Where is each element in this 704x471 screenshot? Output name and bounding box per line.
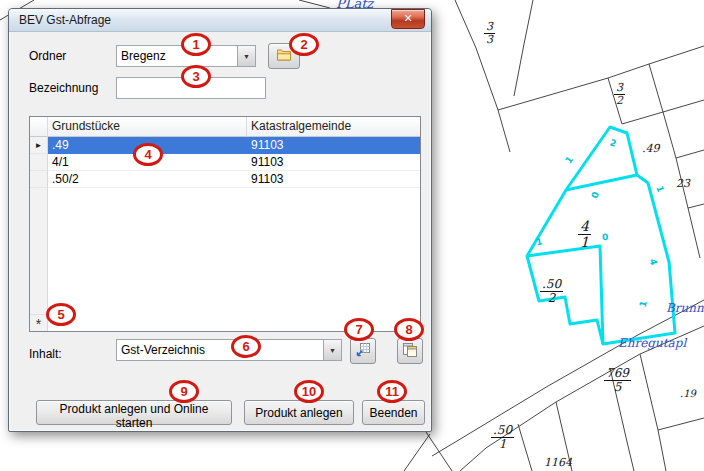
close-icon: ✕ <box>403 12 412 24</box>
parcel-label-769-5: 7695 <box>604 366 631 393</box>
inhalt-value: Gst-Verzeichnis <box>117 343 323 357</box>
create-product-button[interactable]: Produkt anlegen <box>244 400 354 425</box>
row-marker <box>30 171 48 188</box>
dialog-body: Ordner Bregenz ▼ Bezeichnung Grundstüc <box>9 31 431 431</box>
ordner-label: Ordner <box>29 49 66 63</box>
map-label-ehregutaplatz: Ehregutapl <box>618 336 686 350</box>
current-row-marker-icon: ► <box>30 137 48 154</box>
annotation-circle-11: 11 <box>377 380 407 403</box>
ordner-value: Bregenz <box>117 49 237 63</box>
cell-grundstueck[interactable]: .50/2 <box>48 171 247 188</box>
table-select-arrow-icon <box>355 342 371 361</box>
parcel-label-1164: 1164 <box>544 456 572 469</box>
chevron-down-icon: ▼ <box>243 53 250 60</box>
annotation-circle-7: 7 <box>344 318 374 341</box>
column-header-grundstuecke[interactable]: Grundstücke <box>48 117 247 137</box>
annotation-circle-10: 10 <box>294 380 324 403</box>
annotation-circle-3: 3 <box>181 65 211 88</box>
inhalt-dropdown[interactable]: Gst-Verzeichnis ▼ <box>116 339 342 361</box>
annotation-circle-5: 5 <box>46 303 76 326</box>
select-from-map-button[interactable] <box>350 338 376 364</box>
parcel-label-4-1: 41 <box>578 218 591 249</box>
dialog-bev-gst-abfrage: BEV Gst-Abfrage ✕ Ordner Bregenz ▼ Bezei… <box>8 8 432 432</box>
parcel-label-3-3: 33 <box>484 20 495 45</box>
cell-katastralgemeinde[interactable]: 91103 <box>247 154 420 171</box>
dialog-title: BEV Gst-Abfrage <box>19 13 111 27</box>
table-row[interactable]: .50/2 91103 <box>30 171 420 188</box>
cell-katastralgemeinde[interactable]: 91103 <box>247 171 420 188</box>
ordner-dropdown-button[interactable]: ▼ <box>237 46 255 66</box>
app-screen: PLatz 33 32 .49 23 41 .502 Brunn Ehregut… <box>0 0 704 471</box>
table-row[interactable]: ► .49 91103 <box>30 137 420 154</box>
annotation-circle-6: 6 <box>231 335 261 358</box>
boundary-digit: 0 <box>601 232 609 243</box>
inhalt-label: Inhalt: <box>29 347 62 361</box>
table-row[interactable]: 4/1 91103 <box>30 154 420 171</box>
dialog-titlebar[interactable]: BEV Gst-Abfrage ✕ <box>9 9 431 32</box>
parcel-label-49: .49 <box>642 142 660 155</box>
parcel-label-19: .19 <box>680 388 696 399</box>
cell-katastralgemeinde[interactable]: 91103 <box>247 137 420 154</box>
row-header-corner <box>30 117 48 137</box>
parcel-label-50-1: .501 <box>491 423 514 450</box>
annotation-circle-8: 8 <box>394 318 424 341</box>
bezeichnung-label: Bezeichnung <box>29 81 98 95</box>
close-dialog-button[interactable]: Beenden <box>362 400 425 425</box>
parcel-label-50-2: .502 <box>540 277 563 304</box>
column-header-katastralgemeinde[interactable]: Katastralgemeinde <box>247 117 420 137</box>
inhalt-dropdown-button[interactable]: ▼ <box>323 340 341 360</box>
annotation-circle-1: 1 <box>181 33 211 56</box>
map-label-brunn: Brunn <box>666 301 704 315</box>
parcel-table: Grundstücke Katastralgemeinde ► .49 9110… <box>29 116 421 332</box>
close-window-button[interactable]: ✕ <box>391 9 425 29</box>
parcel-label-23: 23 <box>676 177 690 190</box>
annotation-circle-4: 4 <box>133 143 163 166</box>
parcel-label-3-2: 32 <box>614 81 625 106</box>
chevron-down-icon: ▼ <box>329 347 336 354</box>
create-and-start-online-button[interactable]: Produkt anlegen und Online starten <box>36 400 232 425</box>
copy-grid-button[interactable] <box>397 338 423 364</box>
parcel-table-header: Grundstücke Katastralgemeinde <box>30 117 420 137</box>
row-marker <box>30 154 48 171</box>
annotation-circle-2: 2 <box>289 33 319 56</box>
annotation-circle-9: 9 <box>169 380 199 403</box>
copy-sheets-icon <box>402 342 418 361</box>
